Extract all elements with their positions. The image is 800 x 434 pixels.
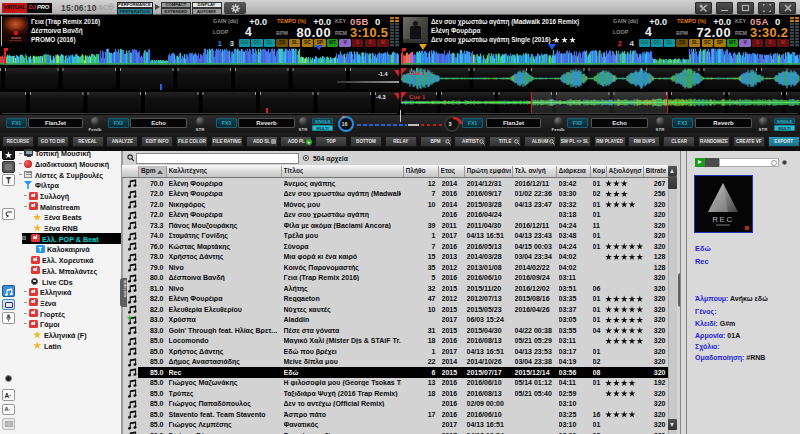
svg-text:REC: REC [712,215,733,224]
